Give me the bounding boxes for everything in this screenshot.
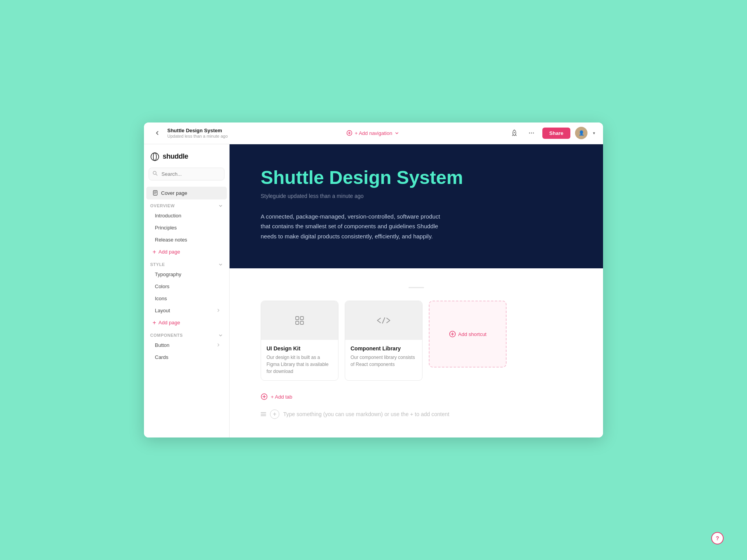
card-title-component-library: Component Library <box>351 345 417 352</box>
main-body: shuddle Cover page <box>144 144 603 438</box>
add-tab-icon <box>261 393 268 400</box>
card-desc-component-library: Our component library consists of React … <box>351 354 417 368</box>
sidebar-item-cover-page[interactable]: Cover page <box>146 187 227 200</box>
top-bar: Shuttle Design System Updated less than … <box>144 122 603 144</box>
sidebar-item-cards[interactable]: Cards <box>146 351 227 363</box>
svg-point-6 <box>153 153 156 161</box>
help-button[interactable]: ? <box>711 532 724 544</box>
svg-point-7 <box>153 172 156 175</box>
add-tab-button[interactable]: + Add tab <box>261 393 572 400</box>
sidebar-section-style: STYLE <box>144 258 229 268</box>
sidebar-item-button[interactable]: Button <box>146 339 227 351</box>
sidebar-item-release-notes[interactable]: Release notes <box>146 234 227 246</box>
code-icon <box>377 317 391 324</box>
add-shortcut-icon <box>449 331 456 338</box>
grid-icon <box>293 313 307 327</box>
sidebar-section-components: COMPONENTS <box>144 329 229 339</box>
add-shortcut-label: Add shortcut <box>449 331 487 338</box>
card-title-ui-design-kit: UI Design Kit <box>267 345 333 352</box>
share-button[interactable]: Share <box>542 128 570 139</box>
svg-rect-11 <box>296 321 299 324</box>
style-chevron-icon <box>218 262 223 267</box>
svg-point-2 <box>529 133 530 134</box>
card-body-ui-design-kit: UI Design Kit Our design kit is built as… <box>261 340 338 380</box>
card-thumbnail-component-library <box>345 301 422 340</box>
card-thumbnail-ui-design-kit <box>261 301 338 340</box>
components-chevron-icon <box>218 333 223 338</box>
logo-icon <box>150 152 160 161</box>
doc-info: Shuttle Design System Updated less than … <box>167 128 228 138</box>
sidebar-item-colors[interactable]: Colors <box>146 280 227 292</box>
sidebar-item-layout[interactable]: Layout <box>146 304 227 317</box>
svg-point-4 <box>533 133 534 134</box>
svg-rect-10 <box>300 317 303 320</box>
back-button[interactable] <box>152 128 163 138</box>
add-content-button[interactable]: + <box>270 410 279 419</box>
avatar[interactable]: 👤 <box>575 127 587 139</box>
drag-handle[interactable] <box>261 412 266 416</box>
top-bar-left: Shuttle Design System Updated less than … <box>152 128 237 138</box>
add-page-overview-button[interactable]: + Add page <box>144 246 229 258</box>
content-section: UI Design Kit Our design kit is built as… <box>230 268 603 438</box>
hero-subtitle: Styleguide updated less than a minute ag… <box>261 193 572 199</box>
svg-point-3 <box>531 133 532 134</box>
cards-row: UI Design Kit Our design kit is built as… <box>261 301 572 381</box>
add-navigation-button[interactable]: + Add navigation <box>346 130 400 136</box>
add-content-placeholder[interactable]: Type something (you can use markdown) or… <box>283 411 449 417</box>
button-chevron-icon <box>216 343 221 347</box>
cover-page-icon <box>153 190 158 196</box>
hero-description: A connected, package-managed, version-co… <box>261 212 447 242</box>
add-page-style-button[interactable]: + Add page <box>144 317 229 329</box>
card-component-library[interactable]: Component Library Our component library … <box>345 301 423 381</box>
overview-chevron-icon <box>218 203 223 208</box>
svg-rect-12 <box>300 321 303 324</box>
more-options-button[interactable] <box>525 127 538 139</box>
sidebar-item-icons[interactable]: Icons <box>146 292 227 304</box>
svg-point-1 <box>514 132 515 133</box>
sidebar-item-typography[interactable]: Typography <box>146 268 227 280</box>
doc-subtitle: Updated less than a minute ago <box>167 134 228 138</box>
card-ui-design-kit[interactable]: UI Design Kit Our design kit is built as… <box>261 301 338 381</box>
sidebar-item-introduction[interactable]: Introduction <box>146 210 227 222</box>
card-desc-ui-design-kit: Our design kit is built as a Figma Libra… <box>267 354 333 375</box>
svg-rect-9 <box>296 317 299 320</box>
doc-title: Shuttle Design System <box>167 128 228 133</box>
sidebar-item-principles[interactable]: Principles <box>146 222 227 234</box>
rocket-icon-button[interactable] <box>508 127 521 139</box>
sidebar-section-overview: OVERVIEW <box>144 200 229 210</box>
hero-section: Shuttle Design System Styleguide updated… <box>230 144 603 268</box>
layout-chevron-icon <box>216 308 221 313</box>
sidebar: shuddle Cover page <box>144 144 230 438</box>
card-body-component-library: Component Library Our component library … <box>345 340 422 373</box>
add-content-row: + Type something (you can use markdown) … <box>261 410 572 419</box>
add-shortcut-card[interactable]: Add shortcut <box>429 301 507 368</box>
content-area: Shuttle Design System Styleguide updated… <box>230 144 603 438</box>
avatar-chevron-icon[interactable]: ▾ <box>593 131 595 136</box>
sidebar-search <box>149 168 224 180</box>
overview-section-label[interactable]: OVERVIEW <box>150 203 223 208</box>
hero-title: Shuttle Design System <box>261 168 572 188</box>
search-icon <box>153 171 158 177</box>
logo-text: shuddle <box>163 152 188 161</box>
svg-point-5 <box>151 153 159 161</box>
style-section-label[interactable]: STYLE <box>150 262 223 267</box>
sidebar-logo: shuddle <box>144 144 229 168</box>
top-bar-center: + Add navigation <box>237 130 508 136</box>
components-section-label[interactable]: COMPONENTS <box>150 333 223 338</box>
top-bar-right: Share 👤 ▾ <box>508 127 595 139</box>
search-input[interactable] <box>149 168 224 180</box>
app-window: Shuttle Design System Updated less than … <box>144 122 603 438</box>
divider <box>409 287 424 288</box>
